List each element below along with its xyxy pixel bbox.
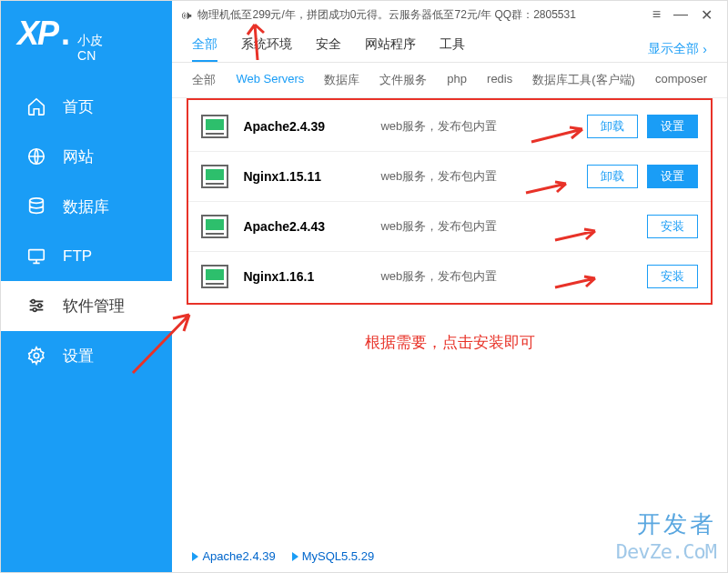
- nav-ftp[interactable]: FTP: [1, 232, 172, 281]
- gear-icon: [26, 346, 46, 366]
- menu-icon[interactable]: ≡: [652, 6, 661, 24]
- subtab-php[interactable]: php: [447, 72, 467, 88]
- install-button[interactable]: 安装: [647, 215, 698, 238]
- tab-tools[interactable]: 工具: [440, 36, 465, 62]
- settings-button[interactable]: 设置: [647, 115, 698, 138]
- sidebar: XP . 小皮 CN 首页 网站 数据库 FTP: [1, 1, 172, 572]
- subtabs: 全部 Web Servers 数据库 文件服务 php redis 数据库工具(…: [172, 63, 727, 98]
- close-icon[interactable]: ✕: [701, 6, 713, 24]
- software-desc: web服务，发布包内置: [380, 118, 572, 135]
- server-icon: [201, 265, 228, 288]
- monitor-icon: [26, 246, 46, 266]
- software-list: Apache2.4.39 web服务，发布包内置 卸载 设置 Nginx1.15…: [187, 98, 713, 305]
- sliders-icon: [26, 296, 46, 316]
- main: 🕪 物理机低至299元/年，拼团成功0元得。云服务器低至72元/年 QQ群：28…: [172, 1, 727, 572]
- list-item: Apache2.4.39 web服务，发布包内置 卸载 设置: [188, 102, 711, 152]
- subtab-redis[interactable]: redis: [487, 72, 512, 88]
- software-name: Apache2.4.39: [243, 119, 366, 134]
- subtab-composer[interactable]: composer: [655, 72, 707, 88]
- subtab-dbtool[interactable]: 数据库工具(客户端): [532, 72, 635, 88]
- server-icon: [201, 115, 228, 138]
- svg-point-4: [38, 304, 42, 307]
- uninstall-button[interactable]: 卸载: [587, 115, 638, 138]
- install-button[interactable]: 安装: [647, 265, 698, 288]
- tab-env[interactable]: 系统环境: [241, 36, 292, 62]
- svg-rect-2: [29, 249, 45, 259]
- server-icon: [201, 165, 228, 188]
- hint-text: 根据需要，点击安装即可: [172, 305, 727, 362]
- home-icon: [26, 96, 46, 116]
- subtab-file[interactable]: 文件服务: [379, 72, 427, 88]
- list-item: Nginx1.16.1 web服务，发布包内置 安装: [188, 252, 711, 301]
- globe-icon: [26, 146, 46, 166]
- subtab-all[interactable]: 全部: [192, 72, 216, 88]
- tab-all[interactable]: 全部: [192, 36, 217, 62]
- software-name: Nginx1.15.11: [243, 169, 366, 184]
- logo: XP . 小皮 CN: [1, 1, 172, 82]
- logo-text: XP: [17, 15, 57, 53]
- software-desc: web服务，发布包内置: [380, 268, 632, 285]
- list-item: Apache2.4.43 web服务，发布包内置 安装: [188, 202, 711, 252]
- nav-settings[interactable]: 设置: [1, 331, 172, 381]
- logo-dot: .: [61, 15, 70, 53]
- nav-database[interactable]: 数据库: [1, 182, 172, 232]
- show-all-link[interactable]: 显示全部 ›: [648, 36, 707, 62]
- settings-button[interactable]: 设置: [647, 165, 698, 188]
- software-name: Apache2.4.43: [243, 219, 366, 234]
- subtab-webservers[interactable]: Web Servers: [236, 72, 304, 88]
- status-mysql[interactable]: MySQL5.5.29: [292, 549, 375, 563]
- svg-point-6: [34, 353, 39, 358]
- logo-subtitle: 小皮 CN: [77, 33, 103, 64]
- subtab-db[interactable]: 数据库: [324, 72, 359, 88]
- window-controls: ≡ — ✕: [652, 6, 718, 24]
- tab-security[interactable]: 安全: [316, 36, 341, 62]
- software-desc: web服务，发布包内置: [380, 218, 632, 235]
- nav-site[interactable]: 网站: [1, 132, 172, 182]
- nav: 首页 网站 数据库 FTP 软件管理 设置: [1, 82, 172, 381]
- tab-web[interactable]: 网站程序: [365, 36, 416, 62]
- status-apache[interactable]: Apache2.4.39: [192, 549, 275, 563]
- watermark: 开发者 DevZe.CoM: [616, 508, 716, 563]
- database-icon: [26, 196, 46, 216]
- minimize-icon[interactable]: —: [673, 6, 688, 24]
- ad-text: 物理机低至299元/年，拼团成功0元得。云服务器低至72元/年 QQ群：2805…: [197, 7, 575, 23]
- play-icon: [292, 552, 298, 561]
- uninstall-button[interactable]: 卸载: [587, 165, 638, 188]
- tabs: 全部 系统环境 安全 网站程序 工具 显示全部 ›: [172, 29, 727, 63]
- sound-icon: 🕪: [181, 9, 192, 22]
- svg-point-5: [33, 308, 36, 312]
- software-desc: web服务，发布包内置: [380, 168, 572, 185]
- nav-home[interactable]: 首页: [1, 82, 172, 132]
- status-bar: Apache2.4.39 MySQL5.5.29: [192, 549, 374, 563]
- svg-point-3: [32, 300, 35, 304]
- chevron-right-icon: ›: [703, 42, 707, 56]
- play-icon: [192, 552, 198, 561]
- topbar: 🕪 物理机低至299元/年，拼团成功0元得。云服务器低至72元/年 QQ群：28…: [172, 1, 727, 29]
- list-item: Nginx1.15.11 web服务，发布包内置 卸载 设置: [188, 152, 711, 202]
- software-name: Nginx1.16.1: [243, 269, 366, 284]
- svg-point-1: [30, 198, 44, 204]
- server-icon: [201, 215, 228, 238]
- nav-software[interactable]: 软件管理: [1, 281, 172, 331]
